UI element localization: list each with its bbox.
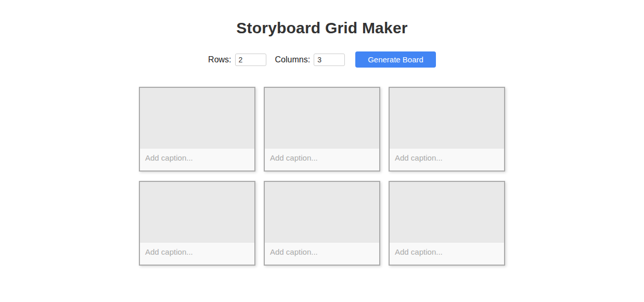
- caption-input[interactable]: [140, 243, 254, 265]
- caption-input[interactable]: [140, 149, 254, 170]
- image-placeholder[interactable]: [265, 88, 379, 149]
- storyboard-cell: [139, 87, 255, 172]
- image-placeholder[interactable]: [390, 182, 504, 243]
- storyboard-grid: [0, 87, 644, 266]
- caption-input[interactable]: [390, 149, 504, 170]
- image-placeholder[interactable]: [390, 88, 504, 149]
- rows-label: Rows:: [208, 55, 231, 64]
- controls-bar: Rows: Columns: Generate Board: [0, 51, 644, 68]
- generate-board-button[interactable]: Generate Board: [355, 51, 436, 68]
- storyboard-cell: [389, 87, 505, 172]
- caption-input[interactable]: [265, 149, 379, 170]
- storyboard-cell: [264, 181, 380, 266]
- storyboard-cell: [139, 181, 255, 266]
- image-placeholder[interactable]: [140, 88, 254, 149]
- storyboard-cell: [389, 181, 505, 266]
- columns-label: Columns:: [275, 55, 311, 64]
- page-title: Storyboard Grid Maker: [0, 19, 644, 37]
- image-placeholder[interactable]: [140, 182, 254, 243]
- caption-input[interactable]: [390, 243, 504, 265]
- caption-input[interactable]: [265, 243, 379, 265]
- storyboard-cell: [264, 87, 380, 172]
- rows-input[interactable]: [235, 54, 266, 66]
- image-placeholder[interactable]: [265, 182, 379, 243]
- columns-input[interactable]: [314, 54, 345, 66]
